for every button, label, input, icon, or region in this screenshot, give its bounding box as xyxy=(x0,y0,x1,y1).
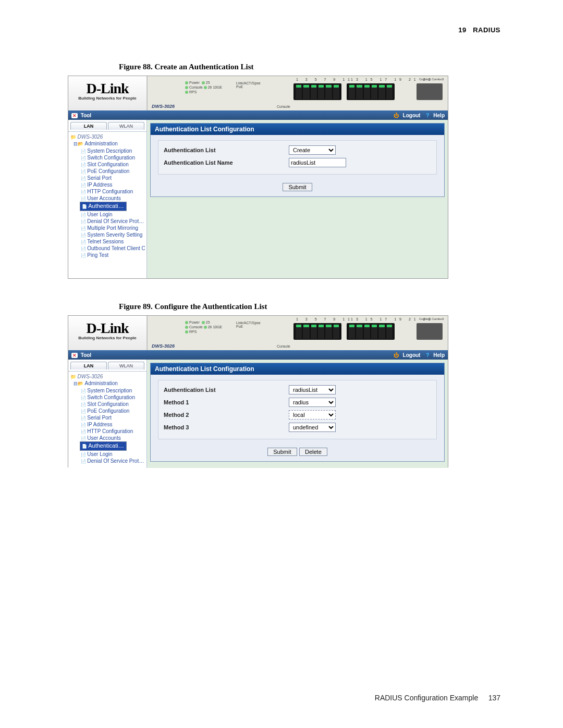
panel-title: Authentication List Configuration xyxy=(151,124,444,135)
tree-item[interactable]: System Description xyxy=(80,387,145,394)
figure-88-title: Create an Authentication List xyxy=(154,63,253,71)
chapter-number: 19 xyxy=(458,26,466,34)
tree-item[interactable]: Serial Port xyxy=(80,175,145,181)
logo-area: D-Link Building Networks for People xyxy=(68,76,147,110)
tree-item[interactable]: Switch Configuration xyxy=(80,154,145,161)
tree-item[interactable]: IP Address xyxy=(80,421,145,428)
figure-89-title: Configure the Authentication List xyxy=(154,302,267,311)
help-icon[interactable]: ? xyxy=(426,113,429,118)
combo-label-1: Combo1 Combo3 xyxy=(419,78,444,81)
config-panel: Authentication List Configuration Authen… xyxy=(150,363,445,462)
tree-item[interactable]: Switch Configuration xyxy=(80,394,145,401)
port-group-1 xyxy=(293,83,341,100)
delete-button[interactable]: Delete xyxy=(299,448,327,456)
tree-item[interactable]: User Accounts xyxy=(80,435,145,441)
tree-item[interactable]: Denial Of Service Protect xyxy=(80,458,145,464)
help-icon[interactable]: ? xyxy=(426,352,429,358)
tab-wlan[interactable]: WLAN xyxy=(108,122,144,130)
screenshot-88: D-Link Building Networks for People DWS-… xyxy=(68,76,448,279)
tool-close-icon[interactable]: ✕ xyxy=(71,353,78,358)
method2-select[interactable]: local xyxy=(289,410,336,419)
brand-logo: D-Link xyxy=(68,80,146,97)
tool-button[interactable]: Tool xyxy=(81,352,91,358)
logout-button[interactable]: Logout xyxy=(403,352,421,358)
tree-item[interactable]: Slot Configuration xyxy=(80,401,145,408)
tab-lan[interactable]: LAN xyxy=(70,362,107,369)
link-led-label: Link/ACT/Spse PoE xyxy=(236,81,261,89)
submit-button[interactable]: Submit xyxy=(283,183,312,191)
method3-select[interactable]: undefined xyxy=(289,423,336,432)
device-header: D-Link Building Networks for People DWS-… xyxy=(68,76,448,110)
tree-item[interactable]: HTTP Configuration xyxy=(80,428,145,435)
tree-item[interactable]: Serial Port xyxy=(80,414,145,421)
tree-administration[interactable]: Administration xyxy=(74,141,145,146)
combo-ports xyxy=(417,323,443,340)
tree-item[interactable]: Ping Test xyxy=(80,252,145,258)
port-group-2 xyxy=(347,83,395,100)
tool-button[interactable]: Tool xyxy=(81,113,91,118)
tree-item[interactable]: IP Address xyxy=(80,181,145,188)
figure-89-caption: Figure 89. Configure the Authentication … xyxy=(119,302,500,311)
screenshot-89: D-Link Building Networks for People DWS-… xyxy=(68,315,448,467)
figure-89-label: Figure 89. xyxy=(119,302,153,311)
nav-sidebar: LAN WLAN DWS-3026 Administration System … xyxy=(68,360,147,468)
tree-item[interactable]: Denial Of Service Protect xyxy=(80,218,145,225)
config-panel: Authentication List Configuration Authen… xyxy=(150,123,445,197)
auth-list-select[interactable]: Create xyxy=(289,145,336,155)
figure-88-caption: Figure 88. Create an Authentication List xyxy=(119,63,500,71)
submit-button[interactable]: Submit xyxy=(267,448,297,456)
tree-root[interactable]: DWS-3026 xyxy=(70,134,145,140)
tool-close-icon[interactable]: ✕ xyxy=(71,113,78,118)
link-led-label: Link/ACT/Spse PoE xyxy=(236,321,261,328)
help-button[interactable]: Help xyxy=(433,352,445,358)
console-label: Console xyxy=(277,105,290,108)
tree-root[interactable]: DWS-3026 xyxy=(70,374,145,379)
tree-item[interactable]: Multiple Port Mirroring xyxy=(80,225,145,231)
led-labels: Power 25 Console 26 10GE RPS xyxy=(185,80,222,94)
tree-administration[interactable]: Administration xyxy=(74,380,145,386)
tree-item[interactable]: User Accounts xyxy=(80,195,145,202)
tree-item[interactable]: Authentication List Config xyxy=(80,202,127,211)
tree-item[interactable]: PoE Configuration xyxy=(80,168,145,175)
logout-icon[interactable]: ⏻ xyxy=(394,352,399,358)
tree-item[interactable]: Outbound Telnet Client C xyxy=(80,245,145,252)
brand-tagline: Building Networks for People xyxy=(68,96,146,101)
tree-item[interactable]: System Description xyxy=(80,147,145,154)
method3-label: Method 3 xyxy=(164,424,289,430)
auth-list-label: Authentication List xyxy=(164,387,289,393)
figure-88-label: Figure 88. xyxy=(119,63,153,71)
page-footer: RADIUS Configuration Example 137 xyxy=(375,694,500,702)
port-numbers-top-left: 1 3 5 7 9 11 xyxy=(296,317,353,321)
auth-list-name-input[interactable] xyxy=(289,158,346,167)
auth-list-select[interactable]: radiusList xyxy=(289,385,336,394)
tree-item[interactable]: PoE Configuration xyxy=(80,408,145,414)
device-model: DWS-3026 xyxy=(152,343,175,349)
logout-button[interactable]: Logout xyxy=(403,113,421,118)
help-button[interactable]: Help xyxy=(433,113,445,118)
brand-tagline: Building Networks for People xyxy=(68,336,146,340)
top-toolbar: ✕ Tool ⏻Logout ?Help xyxy=(68,350,448,360)
console-label: Console xyxy=(277,344,290,348)
switch-graphic: DWS-3026 Power 25 Console 26 10GE RPS Li… xyxy=(147,316,448,350)
logout-icon[interactable]: ⏻ xyxy=(394,113,399,118)
device-header: D-Link Building Networks for People DWS-… xyxy=(68,316,448,350)
tree-item[interactable]: Slot Configuration xyxy=(80,161,145,168)
top-toolbar: ✕ Tool ⏻Logout ?Help xyxy=(68,110,448,120)
content-area: Authentication List Configuration Authen… xyxy=(147,360,448,468)
page-number: 137 xyxy=(488,694,500,702)
method1-label: Method 1 xyxy=(164,399,289,405)
tree-item[interactable]: Authentication List Config xyxy=(80,441,127,451)
tree-item[interactable]: Telnet Sessions xyxy=(80,238,145,245)
switch-graphic: DWS-3026 Power 25 Console 26 10GE RPS Li… xyxy=(147,76,448,110)
tree-item[interactable]: HTTP Configuration xyxy=(80,188,145,195)
method1-select[interactable]: radius xyxy=(289,398,336,407)
auth-list-name-label: Authentication List Name xyxy=(164,159,289,166)
tab-lan[interactable]: LAN xyxy=(70,122,107,130)
combo-ports xyxy=(417,83,443,100)
port-numbers-top-left: 1 3 5 7 9 11 xyxy=(296,78,353,81)
tab-wlan[interactable]: WLAN xyxy=(108,362,144,369)
port-group-2 xyxy=(347,323,395,340)
tree-item[interactable]: User Login xyxy=(80,451,145,458)
tree-item[interactable]: System Severity Setting xyxy=(80,231,145,238)
tree-item[interactable]: User Login xyxy=(80,211,145,218)
